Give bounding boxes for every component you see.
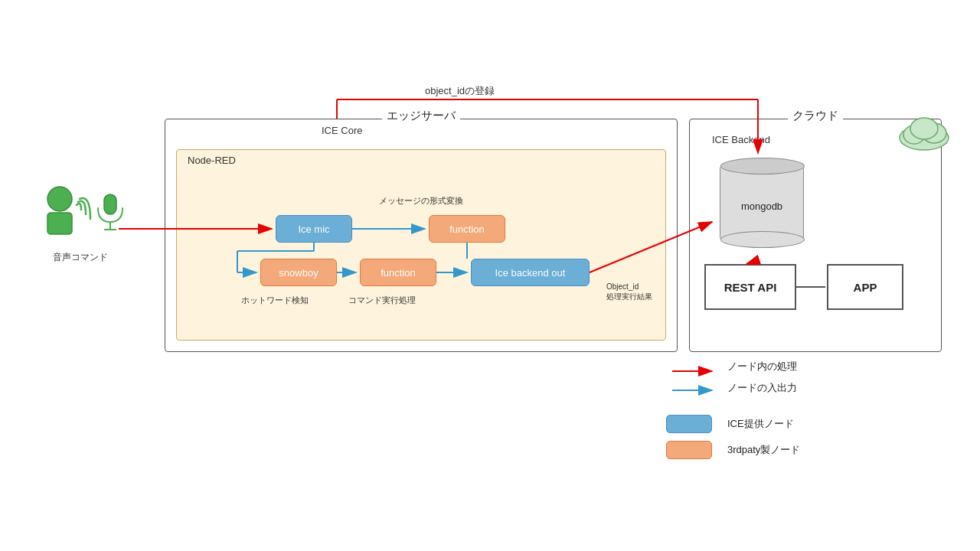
legend-area: ノード内の処理 ノードの入出力 ICE提供ノード 3rdpaty製ノード — [666, 360, 800, 467]
node-red-box: Node-RED — [176, 149, 666, 341]
edge-server-label: エッジサーバ — [382, 109, 460, 123]
legend-3rd-label: 3rdpaty製ノード — [727, 443, 800, 457]
svg-rect-6 — [104, 194, 116, 214]
rest-api-box: REST API — [704, 264, 796, 310]
app-label: APP — [854, 281, 877, 294]
legend-blue-row: ノードの入出力 — [666, 381, 800, 395]
command-exec-label: コマンド実行処理 — [348, 295, 416, 306]
app-box: APP — [827, 264, 903, 310]
legend-ice-label: ICE提供ノード — [727, 417, 794, 431]
ice-mic-node: Ice mic — [276, 215, 352, 243]
svg-rect-5 — [47, 213, 72, 234]
ice-core-label: ICE Core — [322, 125, 362, 136]
mongodb-wrap: mongodb — [716, 165, 808, 264]
hotword-label: ホットワード検知 — [241, 295, 309, 306]
legend-blue-arrow — [666, 382, 712, 394]
message-format-label: メッセージの形式変換 — [379, 195, 463, 207]
legend-blue-label: ノードの入出力 — [727, 381, 797, 395]
svg-point-4 — [47, 187, 72, 211]
mongodb-cylinder: mongodb — [720, 165, 804, 241]
legend-3rd-row: 3rdpaty製ノード — [666, 441, 800, 459]
voice-command-area: 音声コマンド — [23, 184, 138, 264]
snowboy-node: snowboy — [260, 259, 337, 286]
function-node-bottom: function — [360, 259, 436, 286]
function-node-top: function — [429, 215, 505, 243]
legend-red-arrow — [666, 360, 712, 373]
voice-command-label: 音声コマンド — [53, 251, 108, 264]
legend-red-row: ノード内の処理 — [666, 360, 800, 373]
mongodb-label: mongodb — [741, 201, 782, 212]
object-id-label: object_idの登録 — [425, 84, 495, 98]
person-icon — [31, 184, 130, 245]
legend-red-label: ノード内の処理 — [727, 360, 797, 373]
cloud-icon — [897, 113, 951, 155]
rest-api-label: REST API — [724, 281, 777, 294]
legend-ice-row: ICE提供ノード — [666, 415, 800, 433]
ice-backend-label: ICE Backend — [712, 134, 770, 145]
objectid-result-label: Object_id 処理実行結果 — [606, 282, 652, 302]
node-red-label: Node-RED — [188, 155, 236, 166]
cloud-label: クラウド — [788, 109, 843, 123]
legend-3rd-box — [666, 441, 712, 459]
svg-point-3 — [910, 118, 938, 139]
legend-ice-box — [666, 415, 712, 433]
ice-backend-out-node: Ice backend out — [471, 259, 590, 286]
